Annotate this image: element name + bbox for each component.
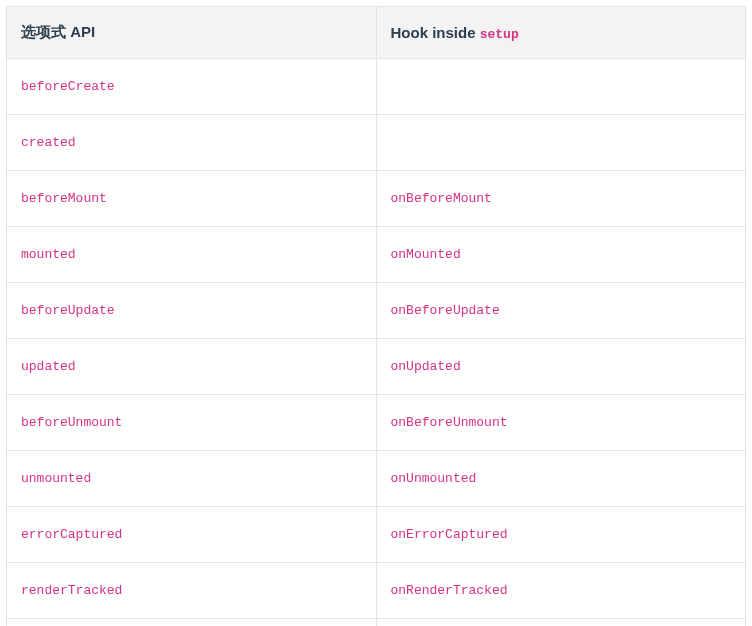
hook-cell: [376, 59, 746, 115]
table-row: renderTracked onRenderTracked: [7, 563, 746, 619]
table-row: errorCaptured onErrorCaptured: [7, 507, 746, 563]
table-header-hook-inside-setup: Hook inside setup: [376, 7, 746, 59]
option-cell: updated: [7, 339, 377, 395]
table-header-options-api: 选项式 API: [7, 7, 377, 59]
hook-text: onBeforeUnmount: [391, 415, 508, 430]
table-body: beforeCreate created beforeMount onBefor…: [7, 59, 746, 627]
hook-cell: [376, 115, 746, 171]
option-cell: unmounted: [7, 451, 377, 507]
hook-cell: onBeforeUnmount: [376, 395, 746, 451]
table-row: renderTriggered onRenderTriggered: [7, 619, 746, 627]
hook-cell: onBeforeUpdate: [376, 283, 746, 339]
option-cell: renderTriggered: [7, 619, 377, 627]
table-row: unmounted onUnmounted: [7, 451, 746, 507]
table-row: mounted onMounted: [7, 227, 746, 283]
header-col1-text: 选项式 API: [21, 23, 95, 40]
hook-cell: onBeforeMount: [376, 171, 746, 227]
option-link[interactable]: beforeUpdate: [21, 303, 115, 318]
option-cell: beforeUpdate: [7, 283, 377, 339]
hook-text: onUnmounted: [391, 471, 477, 486]
option-link[interactable]: errorCaptured: [21, 527, 122, 542]
hook-cell: onErrorCaptured: [376, 507, 746, 563]
option-link[interactable]: created: [21, 135, 76, 150]
option-link[interactable]: beforeUnmount: [21, 415, 122, 430]
option-link[interactable]: unmounted: [21, 471, 91, 486]
hook-text: onRenderTracked: [391, 583, 508, 598]
hook-cell: onRenderTriggered: [376, 619, 746, 627]
hook-text: onMounted: [391, 247, 461, 262]
table-row: created: [7, 115, 746, 171]
option-cell: beforeCreate: [7, 59, 377, 115]
option-link[interactable]: beforeMount: [21, 191, 107, 206]
option-link[interactable]: renderTracked: [21, 583, 122, 598]
table-row: beforeUpdate onBeforeUpdate: [7, 283, 746, 339]
hook-cell: onUnmounted: [376, 451, 746, 507]
option-cell: errorCaptured: [7, 507, 377, 563]
option-link[interactable]: updated: [21, 359, 76, 374]
option-cell: beforeUnmount: [7, 395, 377, 451]
hook-text: onBeforeMount: [391, 191, 492, 206]
lifecycle-hooks-table: 选项式 API Hook inside setup beforeCreate c…: [6, 6, 746, 626]
option-link[interactable]: mounted: [21, 247, 76, 262]
table-row: updated onUpdated: [7, 339, 746, 395]
hook-text: onBeforeUpdate: [391, 303, 500, 318]
header-col2-code: setup: [480, 27, 519, 42]
hook-text: onUpdated: [391, 359, 461, 374]
option-cell: mounted: [7, 227, 377, 283]
hook-cell: onMounted: [376, 227, 746, 283]
option-cell: renderTracked: [7, 563, 377, 619]
table-row: beforeMount onBeforeMount: [7, 171, 746, 227]
option-link[interactable]: beforeCreate: [21, 79, 115, 94]
table-header-row: 选项式 API Hook inside setup: [7, 7, 746, 59]
hook-cell: onRenderTracked: [376, 563, 746, 619]
hook-text: onErrorCaptured: [391, 527, 508, 542]
hook-cell: onUpdated: [376, 339, 746, 395]
option-cell: beforeMount: [7, 171, 377, 227]
header-col2-prefix: Hook inside: [391, 24, 480, 41]
table-row: beforeCreate: [7, 59, 746, 115]
option-cell: created: [7, 115, 377, 171]
table-row: beforeUnmount onBeforeUnmount: [7, 395, 746, 451]
